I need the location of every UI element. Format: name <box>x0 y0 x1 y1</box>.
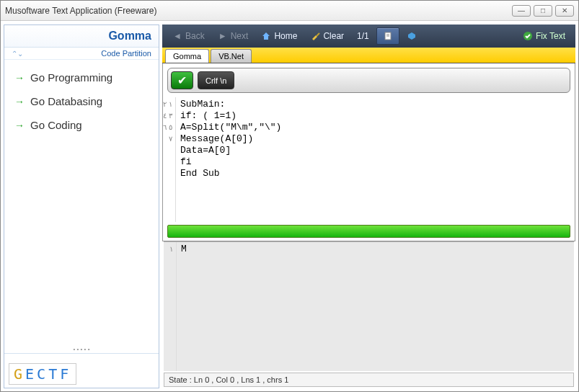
chevron-updown-icon: ⌃⌄ <box>12 50 23 58</box>
hexagon-icon <box>407 31 417 41</box>
line-gutter: ١ ٢ ٣ ٤ ٥ ٦ ٧ <box>163 97 176 222</box>
page-counter: 1/1 <box>351 28 375 44</box>
code-content[interactable]: SubMain: if: ( 1=1) A=Split("M\m","\") M… <box>176 97 575 222</box>
sidebar-item-coding[interactable]: → Go Coding <box>7 113 156 137</box>
run-button[interactable]: ✔ <box>171 71 193 89</box>
window-title: Musoftware Text Application (Freeware) <box>5 6 512 16</box>
sidebar-item-label: Go Coding <box>30 119 82 131</box>
svg-line-0 <box>317 33 319 36</box>
check-circle-icon <box>523 31 533 41</box>
sidebar-item-programming[interactable]: → Go Programming <box>7 66 156 89</box>
document-button[interactable] <box>376 27 399 45</box>
home-icon <box>261 31 271 41</box>
broom-icon <box>310 31 320 41</box>
arrow-left-icon: ◄ <box>172 31 182 41</box>
sidebar-item-label: Go Programming <box>30 71 112 84</box>
crlf-button[interactable]: Crlf \n <box>198 71 234 89</box>
document-icon <box>383 31 393 41</box>
tab-vbnet[interactable]: VB.Net <box>211 49 252 63</box>
arrow-right-icon: → <box>14 72 25 84</box>
tab-gomma[interactable]: Gomma <box>165 49 209 63</box>
output-panel[interactable]: ١ M <box>164 241 574 371</box>
sidebar-footer: • • • • • GECTF <box>4 353 159 388</box>
grip-dots-icon[interactable]: • • • • • <box>9 346 154 352</box>
sidebar-subheader[interactable]: ⌃⌄ Code Partition <box>4 48 159 60</box>
status-text: State : Ln 0 , Col 0 , Lns 1 , chrs 1 <box>169 375 288 384</box>
sidebar-header: Gomma <box>4 25 159 48</box>
arrow-right-icon: → <box>14 120 25 131</box>
minimize-button[interactable]: — <box>512 5 531 17</box>
close-button[interactable]: ✕ <box>555 5 574 17</box>
sidebar-item-label: Go Databasing <box>30 95 102 107</box>
sidebar-heading: Gomma <box>12 30 151 43</box>
maximize-button[interactable]: □ <box>534 5 552 17</box>
home-button[interactable]: Home <box>255 28 303 44</box>
sidebar: Gomma ⌃⌄ Code Partition → Go Programming… <box>4 24 159 388</box>
sidebar-subheading: Code Partition <box>101 49 151 58</box>
output-content: M <box>177 242 574 371</box>
code-editor[interactable]: ١ ٢ ٣ ٤ ٥ ٦ ٧ SubMain: if: ( 1=1) A=Spli… <box>163 97 575 222</box>
fix-text-button[interactable]: Fix Text <box>517 28 571 44</box>
status-bar: State : Ln 0 , Col 0 , Lns 1 , chrs 1 <box>164 373 574 387</box>
progress-bar <box>167 225 570 238</box>
logo: GECTF <box>9 363 76 385</box>
check-icon: ✔ <box>177 74 187 87</box>
main-toolbar: ◄ Back ► Next Home Clear 1/1 <box>162 24 575 48</box>
titlebar: Musoftware Text Application (Freeware) —… <box>1 1 578 21</box>
editor-toolbar: ✔ Crlf \n <box>167 68 570 93</box>
sidebar-item-databasing[interactable]: → Go Databasing <box>7 89 156 113</box>
tab-strip: Gomma VB.Net <box>162 48 575 63</box>
svg-marker-4 <box>408 32 415 40</box>
output-gutter: ١ <box>164 242 177 371</box>
settings-button[interactable] <box>401 28 423 44</box>
back-button[interactable]: ◄ Back <box>167 28 211 44</box>
next-button[interactable]: ► Next <box>212 28 255 44</box>
arrow-right-icon: → <box>14 96 25 107</box>
arrow-right-icon: ► <box>218 31 228 41</box>
clear-button[interactable]: Clear <box>304 28 350 44</box>
